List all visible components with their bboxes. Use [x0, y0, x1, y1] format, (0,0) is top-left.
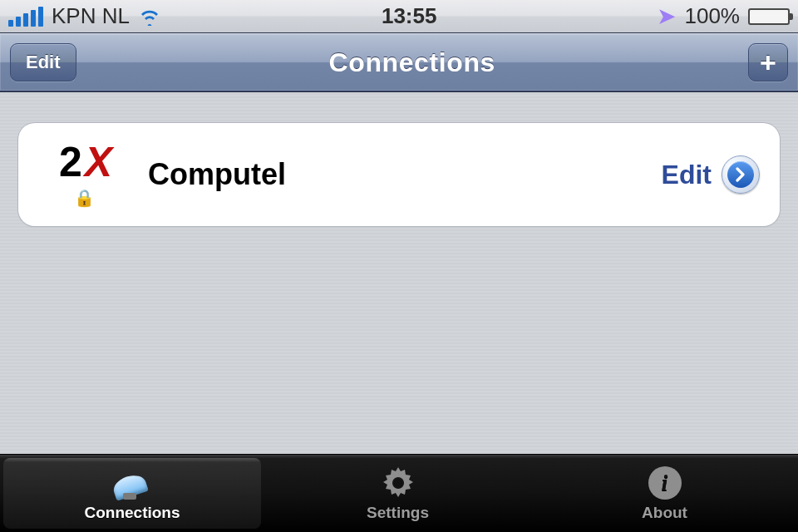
carrier-name: KPN NL [52, 3, 130, 29]
wifi-icon [138, 7, 161, 26]
navigation-bar: Edit Connections + [0, 33, 798, 91]
content-area: 2 X 🔒 Computel Edit [0, 91, 798, 454]
battery-icon [748, 8, 790, 25]
status-time: 13:55 [382, 3, 437, 29]
tab-about[interactable]: i About [531, 455, 798, 532]
edit-list-button[interactable]: Edit [10, 43, 76, 81]
gear-icon [381, 466, 416, 500]
tab-connections-label: Connections [84, 504, 180, 522]
tab-bar: Connections Settings i About [0, 454, 798, 532]
satellite-dish-icon [113, 466, 151, 500]
battery-percent: 100% [684, 3, 740, 29]
page-title: Connections [329, 47, 495, 78]
connection-logo-2x: 2 X 🔒 [38, 141, 130, 208]
connection-row[interactable]: 2 X 🔒 Computel Edit [18, 123, 780, 226]
tab-connections[interactable]: Connections [3, 458, 261, 529]
disclosure-button[interactable] [722, 155, 760, 194]
logo-text-2: 2 [59, 141, 82, 183]
status-bar: KPN NL 13:55 ➤ 100% [0, 0, 798, 33]
tab-settings[interactable]: Settings [264, 455, 531, 532]
logo-text-x: X [85, 141, 109, 183]
svg-point-0 [394, 479, 402, 487]
info-icon: i [648, 466, 682, 500]
signal-bars-icon [8, 7, 43, 27]
tab-about-label: About [642, 504, 687, 522]
lock-icon: 🔒 [74, 188, 95, 208]
edit-connection-label: Edit [662, 160, 712, 190]
location-arrow-icon: ➤ [657, 2, 676, 30]
chevron-right-icon [733, 167, 748, 182]
add-connection-button[interactable]: + [748, 43, 788, 81]
connection-name: Computel [148, 157, 286, 192]
tab-settings-label: Settings [367, 504, 429, 522]
